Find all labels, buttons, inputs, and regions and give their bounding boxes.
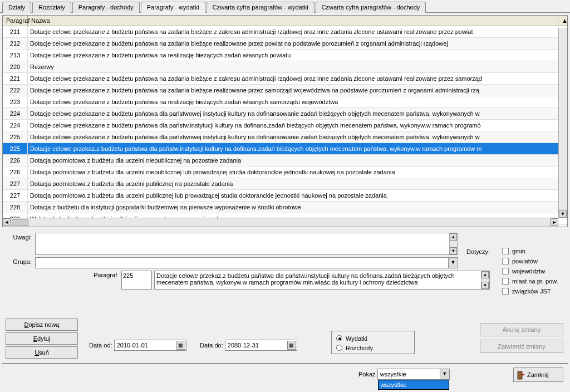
row-name: Dotacje celowe przekazane z budżetu pańs… — [28, 38, 567, 49]
anuluj-button[interactable]: Anuluj zmiany — [480, 323, 563, 336]
scroll-thumb[interactable] — [12, 219, 28, 226]
svg-rect-0 — [518, 371, 522, 379]
edytuj-button[interactable]: Edytuj — [6, 332, 78, 345]
tab-paragrafy-wydatki[interactable]: Paragrafy - wydatki — [141, 2, 205, 13]
uwagi-input[interactable]: ▲ ▼ — [35, 233, 458, 255]
paragraf-desc-input[interactable]: Dotacje celowe przekaz.z budżetu państwa… — [154, 271, 490, 290]
scroll-left-icon[interactable]: ◄ — [3, 218, 11, 226]
row-code: 223 — [3, 96, 28, 107]
grupa-label: Grupa: — [4, 257, 35, 265]
table-row[interactable]: 212Dotacje celowe przekazane z budżetu p… — [3, 38, 567, 50]
dopisz-button[interactable]: Dopisz nową — [6, 318, 78, 331]
row-name: Dotacje celowe przekazane z budżetu pańs… — [28, 50, 567, 61]
table-row[interactable]: 227Dotacja podmiotowa z budżetu dla ucze… — [3, 190, 567, 202]
row-code: 227 — [3, 190, 28, 201]
row-code: 224 — [3, 108, 28, 119]
table-row[interactable]: 225Dotacje celowe przekaz.z budżetu pańs… — [3, 143, 567, 155]
row-code: 225 — [3, 143, 28, 154]
row-name: Dotacje celowe przekazane z budżetu pańs… — [28, 108, 567, 119]
row-name: Dotacje celowe przekazane z budżetu pańs… — [28, 85, 567, 96]
pokaz-option[interactable]: wszystkie — [379, 380, 449, 389]
table-row[interactable]: 226Dotacja podmiotowa z budżetu dla ucze… — [3, 155, 567, 166]
table-row[interactable]: 222Dotacje celowe przekazane z budżetu p… — [3, 85, 567, 96]
vertical-scrollbar[interactable]: ▼ — [558, 28, 567, 218]
table-row[interactable]: 225Dotacje celowe przekazane z budżetu p… — [3, 131, 567, 143]
radio-wydatki[interactable] — [336, 335, 342, 341]
type-radio-group: Wydatki Rozchody — [331, 331, 415, 354]
row-code: 228 — [3, 202, 28, 213]
table-row[interactable]: 211Dotacje celowe przekazane z budżetu p… — [3, 26, 567, 38]
data-do-value: 2080-12-31 — [228, 342, 259, 349]
tab-paragrafy-dochody[interactable]: Paragrafy - dochody — [72, 2, 140, 13]
calendar-icon[interactable]: ▦ — [176, 341, 185, 350]
table-row[interactable]: 226Dotacja podmiotowa z budżetu dla ucze… — [3, 166, 567, 178]
table-row[interactable]: 220Rezerwy — [3, 61, 567, 73]
scroll-right-icon[interactable]: ► — [551, 218, 558, 226]
row-name: Dotacje celowe przekazane z budżetu pańs… — [28, 131, 567, 143]
check-powiatow[interactable] — [502, 258, 509, 264]
date-range: Data od: 2010-01-01 ▦ Data do: 2080-12-3… — [89, 340, 297, 351]
row-code: 224 — [3, 120, 28, 131]
radio-rozchody-label: Rozchody — [346, 345, 373, 351]
zamknij-button[interactable]: Zamknij — [513, 367, 563, 382]
scroll-down-icon[interactable]: ▼ — [559, 210, 567, 218]
horizontal-scrollbar[interactable]: ◄ ► — [3, 218, 558, 227]
exit-icon — [517, 371, 525, 380]
uwagi-label: Uwagi: — [4, 233, 35, 241]
data-od-input[interactable]: 2010-01-01 ▦ — [114, 340, 186, 351]
pokaz-dropdown[interactable]: wszystkie — [378, 380, 449, 390]
table-row[interactable]: 228Dotacja z budżetu dla instytucji gosp… — [3, 202, 567, 213]
tab-dzialy[interactable]: Działy — [2, 2, 31, 13]
usun-button[interactable]: Usuń — [6, 346, 78, 359]
row-name: Dotacja podmiotowa z budżetu dla uczelni… — [28, 155, 567, 166]
check-powiatow-label: powiatów — [512, 258, 538, 264]
table-row[interactable]: 221Dotacje celowe przekazane z budżetu p… — [3, 73, 567, 85]
save-buttons: Anuluj zmiany Zatwierdź zmiany — [480, 323, 563, 356]
scroll-up-icon[interactable]: ▲ — [450, 233, 457, 241]
table-row[interactable]: 223Dotacje celowe przekazane z budżetu p… — [3, 96, 567, 108]
check-miast[interactable] — [502, 278, 509, 285]
radio-rozchody[interactable] — [336, 345, 342, 351]
row-code: 221 — [3, 73, 28, 84]
scroll-down-icon[interactable]: ▼ — [450, 247, 457, 254]
scroll-up-icon[interactable]: ▲ — [558, 16, 567, 26]
tabs-bar: Działy Rozdziały Paragrafy - dochody Par… — [0, 0, 570, 13]
check-zwiazkow[interactable] — [502, 288, 509, 295]
row-name: Dotacje celowe przekazane z budżetu pańs… — [28, 120, 567, 131]
data-od-label: Data od: — [89, 342, 112, 349]
col-header-paragraf[interactable]: Paragraf — [3, 16, 28, 26]
zatwierdz-button[interactable]: Zatwierdź zmiany — [480, 340, 563, 353]
data-od-value: 2010-01-01 — [117, 342, 148, 349]
grupa-select[interactable]: ▼ — [35, 257, 458, 268]
chevron-down-icon[interactable]: ▼ — [440, 369, 449, 379]
check-gmin[interactable] — [502, 248, 509, 254]
check-wojewodztw[interactable] — [502, 268, 509, 275]
grid-body[interactable]: 211Dotacje celowe przekazane z budżetu p… — [3, 26, 567, 227]
data-do-input[interactable]: 2080-12-31 ▦ — [225, 340, 297, 351]
radio-wydatki-label: Wydatki — [346, 335, 367, 342]
paragraf-desc-text: Dotacje celowe przekaz.z budżetu państwa… — [156, 272, 455, 286]
row-name: Dotacja podmiotowa z budżetu dla uczelni… — [28, 166, 567, 178]
row-name: Dotacje celowe przekazane z budżetu pańs… — [28, 26, 567, 37]
col-header-nazwa[interactable]: Nazwa — [28, 16, 558, 26]
bottom-bar: Pokaż wszystkie ▼ wszystkie Zamknij — [2, 363, 568, 386]
tab-czwarta-dochody[interactable]: Czwarta cyfra paragrafów - dochody — [316, 2, 426, 13]
table-row[interactable]: 224Dotacje celowe przekazane z budżetu p… — [3, 108, 567, 120]
chevron-down-icon[interactable]: ▼ — [448, 258, 458, 268]
pokaz-select[interactable]: wszystkie ▼ wszystkie — [377, 369, 450, 380]
grid-header: Paragraf Nazwa ▲ — [3, 16, 567, 26]
uwagi-scrollbar[interactable]: ▲ ▼ — [449, 233, 458, 254]
tab-czwarta-wydatki[interactable]: Czwarta cyfra paragrafów - wydatki — [207, 2, 315, 13]
paragraf-code-input[interactable]: 225 — [121, 271, 152, 290]
table-row[interactable]: 227Dotacja podmiotowa z budżetu dla ucze… — [3, 178, 567, 190]
calendar-icon[interactable]: ▦ — [287, 341, 296, 350]
action-buttons: Dopisz nową Edytuj Usuń — [6, 318, 83, 360]
row-code: 213 — [3, 50, 28, 61]
row-code: 226 — [3, 166, 28, 178]
row-code: 220 — [3, 61, 28, 72]
table-row[interactable]: 213Dotacje celowe przekazane z budżetu p… — [3, 50, 567, 61]
pokaz-label: Pokaż — [358, 371, 376, 378]
table-row[interactable]: 224Dotacje celowe przekazane z budżetu p… — [3, 120, 567, 131]
tab-rozdzialy[interactable]: Rozdziały — [32, 2, 71, 13]
row-name: Dotacje celowe przekazane z budżetu pańs… — [28, 96, 567, 107]
